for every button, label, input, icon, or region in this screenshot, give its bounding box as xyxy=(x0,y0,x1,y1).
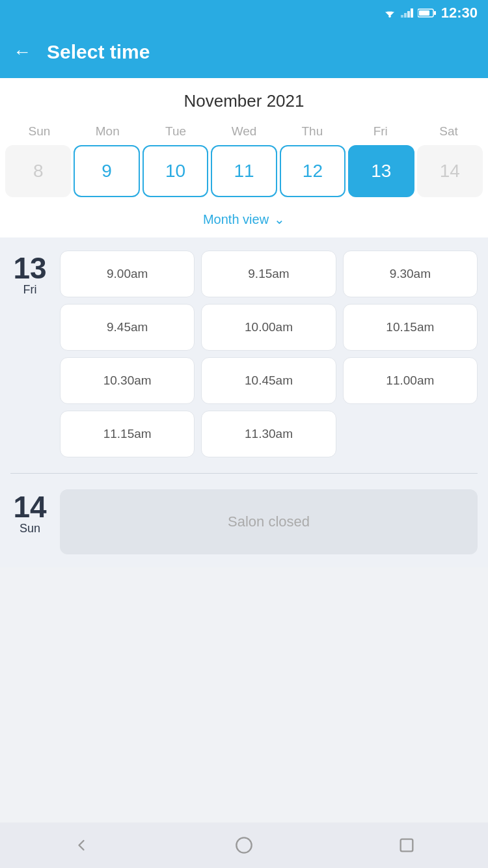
month-year-label: November 2021 xyxy=(0,91,488,111)
day-header-tue: Tue xyxy=(142,122,210,145)
divider xyxy=(10,473,478,474)
time-slot-1[interactable]: 9.15am xyxy=(201,251,336,297)
cal-day-13[interactable]: 13 xyxy=(348,145,414,197)
cal-day-14[interactable]: 14 xyxy=(417,145,483,197)
day-name-14: Sun xyxy=(20,522,40,536)
wifi-icon xyxy=(383,8,397,18)
recent-nav-icon xyxy=(398,836,416,854)
day-number-13: 13 xyxy=(13,253,46,283)
day-number-14: 14 xyxy=(13,492,46,522)
day-block-13: 13 Fri 9.00am 9.15am 9.30am 9.45am 10.00… xyxy=(10,251,478,457)
svg-rect-3 xyxy=(401,15,403,18)
home-nav-icon xyxy=(235,836,253,854)
back-nav-icon xyxy=(72,836,90,854)
day-block-14: 14 Sun Salon closed xyxy=(10,489,478,554)
svg-rect-4 xyxy=(404,13,407,18)
cal-day-9[interactable]: 9 xyxy=(74,145,139,197)
svg-point-2 xyxy=(388,16,391,18)
svg-rect-11 xyxy=(401,839,413,852)
time-section: 13 Fri 9.00am 9.15am 9.30am 9.45am 10.00… xyxy=(0,237,488,567)
day-headers: Sun Mon Tue Wed Thu Fri Sat xyxy=(0,122,488,145)
cal-day-8[interactable]: 8 xyxy=(5,145,71,197)
svg-rect-6 xyxy=(411,8,413,18)
day-label-13: 13 Fri xyxy=(10,251,49,457)
header: ← Select time xyxy=(0,26,488,78)
page-title: Select time xyxy=(47,41,150,63)
time-slot-5[interactable]: 10.15am xyxy=(343,304,478,351)
cal-day-12[interactable]: 12 xyxy=(280,145,346,197)
nav-recent-button[interactable] xyxy=(394,832,420,858)
svg-rect-8 xyxy=(434,11,436,15)
day-header-fri: Fri xyxy=(346,122,414,145)
battery-icon xyxy=(418,8,436,18)
day-name-13: Fri xyxy=(23,283,37,297)
time-slot-3[interactable]: 9.45am xyxy=(60,304,195,351)
svg-rect-5 xyxy=(407,11,410,18)
time-slot-6[interactable]: 10.30am xyxy=(60,357,195,404)
day-header-sat: Sat xyxy=(414,122,483,145)
day-header-sun: Sun xyxy=(5,122,74,145)
day-header-mon: Mon xyxy=(74,122,142,145)
calendar-section: November 2021 Sun Mon Tue Wed Thu Fri Sa… xyxy=(0,78,488,237)
time-slot-9[interactable]: 11.15am xyxy=(60,411,195,457)
time-slot-8[interactable]: 11.00am xyxy=(343,357,478,404)
month-view-label: Month view xyxy=(203,212,269,227)
svg-point-10 xyxy=(236,837,251,852)
cal-day-11[interactable]: 11 xyxy=(211,145,277,197)
nav-back-button[interactable] xyxy=(68,832,94,858)
time-grid: 9.00am 9.15am 9.30am 9.45am 10.00am 10.1… xyxy=(60,251,478,457)
signal-icon xyxy=(401,8,414,18)
nav-home-button[interactable] xyxy=(231,832,257,858)
day-header-thu: Thu xyxy=(278,122,346,145)
svg-rect-9 xyxy=(419,10,429,16)
day-header-wed: Wed xyxy=(210,122,278,145)
back-button[interactable]: ← xyxy=(13,43,31,61)
month-view-toggle[interactable]: Month view ⌄ xyxy=(0,208,488,237)
cal-day-10[interactable]: 10 xyxy=(142,145,208,197)
status-icons xyxy=(383,8,436,18)
day-label-14: 14 Sun xyxy=(10,489,49,536)
time-slot-2[interactable]: 9.30am xyxy=(343,251,478,297)
time-slot-4[interactable]: 10.00am xyxy=(201,304,336,351)
status-bar: 12:30 xyxy=(0,0,488,26)
time-slot-0[interactable]: 9.00am xyxy=(60,251,195,297)
salon-closed-message: Salon closed xyxy=(60,489,478,554)
status-time: 12:30 xyxy=(441,5,478,21)
calendar-days: 8 9 10 11 12 13 14 xyxy=(0,145,488,208)
chevron-down-icon: ⌄ xyxy=(274,211,285,227)
time-slot-10[interactable]: 11.30am xyxy=(201,411,336,457)
time-slot-7[interactable]: 10.45am xyxy=(201,357,336,404)
bottom-nav xyxy=(0,822,488,868)
